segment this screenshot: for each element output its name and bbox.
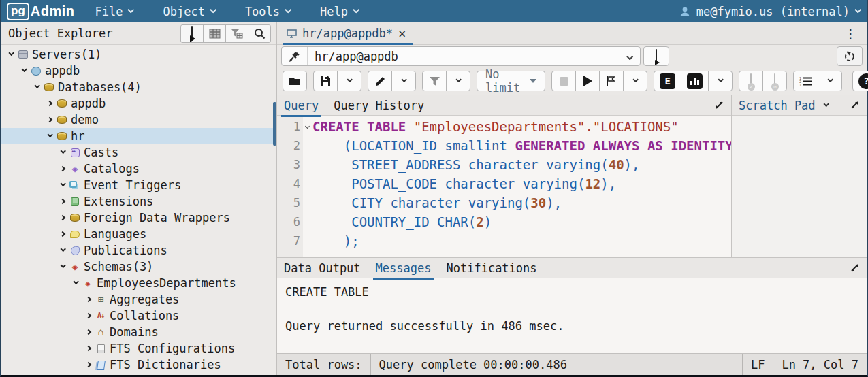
macros-button[interactable]: 123: [793, 71, 818, 91]
chevron-right-icon[interactable]: [83, 363, 94, 367]
tab-query-history[interactable]: Query History: [334, 99, 424, 112]
chevron-down-icon[interactable]: [31, 85, 42, 89]
chevron-right-icon[interactable]: [44, 101, 55, 105]
sidebar-item-catalogs[interactable]: ◈Catalogs: [1, 161, 276, 177]
tree-item-label: Publications: [84, 244, 167, 257]
explain-dropdown-button[interactable]: [708, 71, 733, 91]
tree-item-label: appdb: [45, 64, 80, 78]
expand-icon[interactable]: [850, 100, 860, 110]
chevron-down-icon[interactable]: [57, 150, 68, 154]
sidebar-item-appdb[interactable]: appdb: [1, 95, 276, 112]
sidebar-item-extensions[interactable]: Extensions: [1, 193, 276, 210]
sidebar-item-aggregates[interactable]: ⊞Aggregates: [1, 291, 276, 308]
editor-code[interactable]: CREATE TABLE "EmployeesDepartments"."LOC…: [303, 116, 731, 257]
chevron-down-icon[interactable]: [823, 101, 829, 106]
view-data-button[interactable]: [203, 24, 226, 43]
filtered-rows-button[interactable]: [225, 24, 248, 43]
chevron-right-icon[interactable]: [44, 118, 55, 122]
expand-icon[interactable]: [714, 100, 724, 110]
sidebar-item-schemas-3[interactable]: ◈Schemas(3): [1, 259, 276, 275]
menu-file[interactable]: File: [95, 5, 133, 18]
aggregates-icon: ⊞: [94, 294, 108, 305]
sidebar-item-employeesdepartments[interactable]: ◈EmployeesDepartments: [1, 275, 276, 291]
chevron-down-icon[interactable]: [18, 69, 29, 73]
user-menu-label: me@fymio.us (internal): [696, 5, 850, 18]
filter-dropdown-button[interactable]: [446, 71, 470, 91]
chevron-right-icon[interactable]: [57, 216, 68, 220]
edit-dropdown-button[interactable]: [391, 71, 416, 91]
sidebar-item-collations[interactable]: A↓Collations: [1, 308, 276, 324]
sidebar-item-databases-4[interactable]: Databases(4): [1, 79, 276, 95]
sidebar-item-fts-configurations[interactable]: FTS Configurations: [1, 340, 276, 357]
tab-query[interactable]: Query: [284, 99, 319, 112]
menu-label: Object: [163, 5, 204, 18]
save-file-button[interactable]: [313, 71, 338, 91]
new-connection-button[interactable]: [643, 46, 669, 66]
chevron-down-icon[interactable]: [70, 281, 81, 285]
help-button[interactable]: ?: [852, 71, 868, 91]
sidebar-item-event-triggers[interactable]: Event Triggers: [1, 177, 276, 193]
sidebar-item-publications[interactable]: Publications: [1, 242, 276, 259]
sidebar-item-casts[interactable]: Casts: [1, 144, 276, 161]
querytool-tabbar: hr/app@appdb* × ⋮: [277, 22, 867, 45]
sidebar-item-hr[interactable]: hr: [1, 128, 276, 144]
fdw-icon: [68, 212, 82, 223]
save-dropdown-button[interactable]: [337, 71, 361, 91]
sidebar-item-appdb[interactable]: appdb: [1, 63, 276, 79]
kebab-menu-icon[interactable]: ⋮: [840, 26, 861, 41]
chevron-right-icon[interactable]: [57, 199, 68, 203]
statusbar: Total rows:Query complete 00:00:00.486LF…: [277, 353, 867, 375]
chevron-right-icon[interactable]: [83, 330, 94, 334]
sidebar-item-demo[interactable]: demo: [1, 112, 276, 128]
sidebar-item-foreign-data-wrappers[interactable]: Foreign Data Wrappers: [1, 210, 276, 226]
stop-button[interactable]: [551, 71, 576, 91]
chevron-down-icon[interactable]: [57, 265, 68, 269]
explain-icon: E: [660, 73, 675, 89]
chevron-down-icon[interactable]: [57, 248, 68, 252]
chevron-right-icon[interactable]: [83, 346, 94, 350]
menu-object[interactable]: Object: [163, 5, 214, 18]
row-limit-select[interactable]: No limit: [477, 71, 545, 91]
chevron-right-icon[interactable]: [57, 232, 68, 236]
tab-data-output[interactable]: Data Output: [284, 261, 361, 275]
search-objects-button[interactable]: [248, 24, 271, 43]
chevron-down-icon[interactable]: [5, 52, 16, 56]
explain-analyze-button[interactable]: [681, 71, 709, 91]
rollback-button[interactable]: ↺: [762, 71, 787, 91]
menu-help[interactable]: Help: [320, 5, 358, 18]
connection-select[interactable]: hr/app@appdb: [281, 46, 641, 66]
commit-button[interactable]: ✓: [739, 71, 763, 91]
sidebar-item-domains[interactable]: ⌂Domains: [1, 324, 276, 340]
reset-layout-button[interactable]: [837, 46, 863, 66]
user-menu[interactable]: me@fymio.us (internal): [679, 5, 860, 18]
chevron-down-icon[interactable]: [57, 183, 68, 187]
chevron-down-icon[interactable]: [44, 134, 55, 138]
sidebar-scrollbar[interactable]: [273, 102, 276, 146]
chevron-right-icon[interactable]: [57, 167, 68, 171]
edit-button[interactable]: [368, 71, 392, 91]
tab-notifications[interactable]: Notifications: [446, 261, 536, 275]
open-file-button[interactable]: [283, 71, 307, 91]
macros-dropdown-button[interactable]: [818, 71, 842, 91]
filter-button[interactable]: [422, 71, 447, 91]
query-tool-button[interactable]: [180, 24, 204, 43]
scratch-pad-textarea[interactable]: [732, 116, 867, 257]
sidebar-item-languages[interactable]: Languages: [1, 226, 276, 242]
chevron-right-icon[interactable]: [83, 297, 94, 301]
explain-button[interactable]: E: [654, 71, 681, 91]
execute-options-button[interactable]: [599, 71, 624, 91]
menu-tools[interactable]: Tools: [245, 5, 290, 18]
expand-icon[interactable]: [850, 263, 860, 273]
querytool-tab-label: hr/app@appdb*: [302, 27, 393, 40]
querytool-tab[interactable]: hr/app@appdb* ×: [283, 22, 413, 44]
sql-editor[interactable]: 1234567 CREATE TABLE "EmployeesDepartmen…: [277, 116, 731, 257]
scratch-pad-title[interactable]: Scratch Pad: [739, 99, 816, 112]
execute-button[interactable]: [575, 71, 600, 91]
sidebar-item-fts-dictionaries[interactable]: FTS Dictionaries: [1, 357, 276, 373]
chevron-right-icon[interactable]: [83, 314, 94, 318]
sidebar-item-servers-1[interactable]: Servers(1): [1, 46, 276, 63]
tab-messages[interactable]: Messages: [376, 261, 432, 275]
close-icon[interactable]: ×: [398, 27, 406, 40]
stop-icon: [560, 77, 568, 86]
execute-dropdown-button[interactable]: [623, 71, 647, 91]
